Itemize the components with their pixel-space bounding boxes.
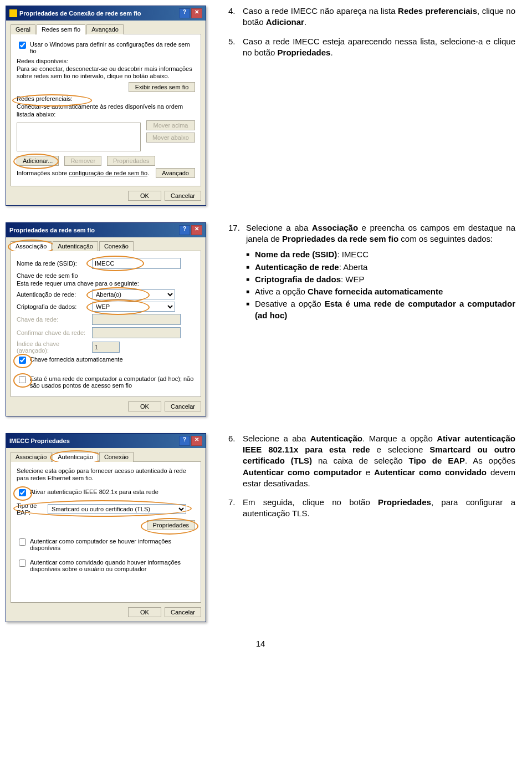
dialog-wireless-network-properties: Propriedades da rede sem fio ? ✕ Associa… [6,222,206,416]
bullet-autokey: Ative a opção Chave fornecida automatica… [246,286,515,297]
instructions-block-3: 6. Selecione a aba Autenticação. Marque … [228,433,515,527]
step-number: 4. [228,6,243,28]
wireless-icon [9,9,17,17]
step-text: Selecione a aba Associação e preencha os… [246,223,515,243]
cancel-button[interactable]: Cancelar [165,401,201,411]
auto-key-label: Chave fornecida automaticamente [30,356,123,363]
instructions-block-1: 4. Caso a rede IMECC não apareça na list… [228,6,515,66]
tabs: Associação Autenticação Conexão [11,241,201,251]
ok-button[interactable]: OK [128,401,161,411]
help-button[interactable]: ? [179,8,190,18]
key-label: Chave da rede: [17,316,89,323]
ssid-label: Nome da rede (SSID): [17,260,89,267]
key-index-input [92,342,120,353]
ok-button[interactable]: OK [128,191,161,201]
auth-as-computer-label: Autenticar como computador se houver inf… [30,538,195,551]
eap-type-select[interactable]: Smartcard ou outro certificado (TLS) [48,504,186,514]
cancel-button[interactable]: Cancelar [165,191,201,201]
tabs: Geral Redes sem fio Avançado [11,24,201,34]
advanced-button[interactable]: Avançado [156,168,195,178]
step-number: 7. [228,497,243,520]
enable-8021x-label: Ativar autenticação IEEE 802.1x para est… [30,489,158,495]
close-button[interactable]: ✕ [191,8,202,18]
crypt-label: Criptografia de dados: [17,303,89,310]
tab-connection[interactable]: Conexão [99,452,134,462]
confirm-key-label: Confirmar chave da rede: [17,329,89,336]
auth-select[interactable]: Aberta(o) [92,289,175,299]
dialog-title: Propriedades da rede sem fio [9,227,95,233]
show-networks-button[interactable]: Exibir redes sem fio [129,82,195,92]
use-windows-label: Usar o Windows para definir as configura… [30,41,195,54]
move-up-button: Mover acima [146,120,195,130]
tab-association[interactable]: Associação [11,241,52,251]
eap-properties-button[interactable]: Propriedades [147,520,195,530]
bullet-crypt: Criptografia de dados: WEP [246,274,515,285]
step-text: Em seguida, clique no botão Propriedades… [243,497,515,520]
step-text: Selecione a aba Autenticação. Marque a o… [243,433,515,489]
titlebar: Propriedades de Conexão de rede sem fio … [6,6,206,21]
instructions-block-2: 17. Selecione a aba Associação e preench… [228,222,515,333]
crypt-select[interactable]: WEP [92,302,175,312]
close-button[interactable]: ✕ [191,225,202,235]
step-number: 6. [228,433,243,489]
tab-authentication[interactable]: Autenticação [53,452,98,462]
step-text: Caso a rede IMECC não apareça na lista R… [243,6,515,28]
step-number: 5. [228,36,243,59]
intro-text: Selecione esta opção para fornecer acess… [17,467,195,482]
help-button[interactable]: ? [179,225,190,235]
ok-button[interactable]: OK [128,607,161,617]
auth-label: Autenticação de rede: [17,291,89,298]
tab-wireless-networks[interactable]: Redes sem fio [37,24,85,34]
network-key-group: Chave de rede sem fio [17,272,195,279]
cancel-button[interactable]: Cancelar [165,607,201,617]
move-down-button: Mover abaixo [146,133,195,143]
ssid-input[interactable] [92,258,181,269]
dialog-title: Propriedades de Conexão de rede sem fio [19,10,141,17]
tabs: Associação Autenticação Conexão [11,451,201,462]
step-number: 17. [228,222,246,326]
step-text: Caso a rede IMECC esteja aparecendo ness… [243,36,515,59]
tab-association[interactable]: Associação [11,452,52,462]
wireless-config-link[interactable]: configuração de rede sem fio [69,170,147,176]
titlebar: Propriedades da rede sem fio ? ✕ [6,223,206,237]
adhoc-checkbox[interactable] [19,376,26,383]
bullet-adhoc: Desative a opção Esta é uma rede de comp… [246,298,515,321]
key-index-label: Índice da chave (avançado): [17,340,89,354]
properties-button: Propriedades [107,156,155,166]
preferred-networks-header: Redes preferenciais: [17,95,195,102]
available-networks-header: Redes disponíveis: [17,58,195,64]
dialog-wireless-connection-properties: Propriedades de Conexão de rede sem fio … [6,6,206,206]
auth-as-guest-label: Autenticar como convidado quando houver … [30,559,195,572]
use-windows-checkbox[interactable] [19,42,26,49]
adhoc-label: Esta é uma rede de computador a computad… [30,375,195,389]
auth-as-computer-checkbox[interactable] [19,538,26,546]
network-key-text: Esta rede requer uma chave para o seguin… [17,280,195,287]
dialog-title: IMECC Propriedades [9,438,70,444]
available-networks-text: Para se conectar, desconectar-se ou desc… [17,65,195,80]
tab-advanced[interactable]: Avançado [86,24,124,34]
add-button[interactable]: Adicionar... [17,156,59,166]
remove-button: Remover [64,156,101,166]
tab-general[interactable]: Geral [11,24,35,34]
dialog-imecc-properties: IMECC Propriedades ? ✕ Associação Autent… [6,433,206,622]
key-input [92,314,181,325]
bullet-ssid: Nome da rede (SSID): IMECC [246,249,515,260]
preferred-networks-list[interactable] [17,123,141,151]
enable-8021x-checkbox[interactable] [19,489,26,496]
titlebar: IMECC Propriedades ? ✕ [6,434,206,448]
close-button[interactable]: ✕ [191,436,202,446]
auto-key-checkbox[interactable] [19,357,26,364]
confirm-key-input [92,327,181,338]
tab-authentication[interactable]: Autenticação [53,241,98,251]
more-info-text: Informações sobre configuração de rede s… [17,170,150,177]
bullet-auth: Autenticação de rede: Aberta [246,262,515,273]
auth-as-guest-checkbox[interactable] [19,560,26,567]
help-button[interactable]: ? [179,436,190,446]
page-number: 14 [6,639,515,648]
preferred-networks-text: Conectar-se automaticamente às redes dis… [17,103,195,118]
tab-connection[interactable]: Conexão [99,241,134,251]
eap-type-label: Tipo de EAP: [17,502,44,516]
